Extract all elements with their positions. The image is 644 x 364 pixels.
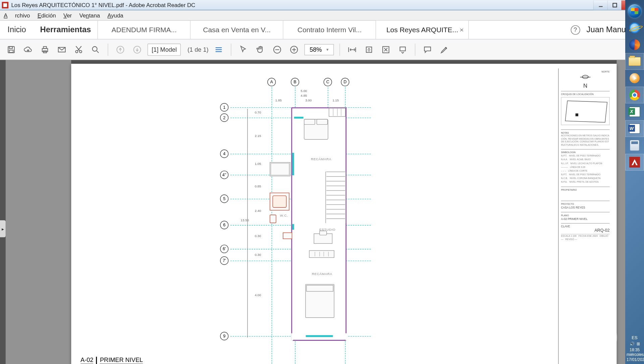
grid-bubble-7b: 7' [220,257,228,265]
toolbar-separator [231,43,231,55]
grid-bubble-b: B [291,78,299,86]
model-dropdown[interactable]: [1] Model [148,43,181,55]
home-button[interactable]: Inicio [0,20,34,39]
volume-icon[interactable]: 🔊 [630,342,635,346]
tab-casa[interactable]: Casa en Venta en V... [191,20,283,39]
fit-width-icon[interactable] [346,43,359,56]
language-indicator[interactable]: ES [627,335,643,340]
sofa-icon [309,250,334,258]
left-gutter [0,60,6,364]
grid-bubble-4: 4 [220,149,228,158]
windows-taskbar: ES 🔊⊞ 18:35 miércoles 17/01/2024 [625,0,644,364]
acrobat-icon [2,2,9,8]
svg-rect-5 [9,46,12,48]
window-title: Los Reyes ARQUITECTÓNICO 1° NIVEL.pdf - … [11,2,196,8]
zoom-out-icon[interactable] [271,43,284,56]
svg-rect-8 [43,46,46,48]
svg-rect-6 [9,50,13,52]
dimension-label: 2.15 [255,134,261,137]
next-page-icon[interactable] [130,43,144,56]
dimension-label: 5.00 [301,89,307,92]
room-label: W.C. [280,214,288,217]
media-player-icon[interactable] [625,70,644,87]
svg-rect-26 [400,47,406,51]
dimension-label: 0.30 [255,234,261,238]
tab-adendum[interactable]: ADENDUM FIRMA... [98,20,191,39]
cut-icon[interactable] [72,43,85,56]
fullscreen-icon[interactable] [379,43,392,56]
expand-panel-button[interactable]: ▸ [0,220,6,237]
explorer-icon[interactable] [625,53,644,70]
tab-contrato[interactable]: Contrato Interm Vil... [283,20,376,39]
ie-icon[interactable] [625,19,644,36]
fit-page-icon[interactable] [363,43,376,56]
pan-tool-icon[interactable] [254,43,267,56]
dimension-label: 1.85 [275,98,282,102]
grid-bubble-2: 2 [220,113,228,122]
excel-icon[interactable] [625,103,644,120]
dimension-label: 3.00 [305,98,312,102]
toilet-icon [270,215,276,223]
dimension-label: 1.05 [255,162,261,166]
chrome-icon[interactable] [625,87,644,103]
print-icon[interactable] [38,43,51,56]
tv-icon [283,232,292,239]
calculator-icon[interactable] [625,137,644,154]
cloud-upload-icon[interactable] [21,43,35,56]
email-icon[interactable] [55,43,68,56]
start-button[interactable] [625,3,644,19]
svg-rect-24 [366,47,372,52]
highlight-icon[interactable] [438,43,451,56]
menu-edicion[interactable]: Edición [38,12,56,19]
firefox-icon[interactable] [625,36,644,53]
save-icon[interactable] [5,43,18,56]
grid-bubble-1: 1 [220,103,228,111]
grid-bubble-4b: 4'' [220,171,228,179]
stairs-icon [326,172,345,223]
menu-ayuda[interactable]: Ayuda [107,12,123,19]
search-icon[interactable] [89,43,102,56]
grid-bubble-6: 6 [220,221,228,229]
tab-row: Inicio Herramientas ADENDUM FIRMA... Cas… [0,20,644,39]
read-mode-icon[interactable] [396,43,409,56]
grid-bubble-a: A [267,78,276,86]
toolbar-separator [415,43,415,55]
dimension-label: 4.85 [301,94,307,97]
dimension-label: 13.50 [241,219,249,222]
toolbar-separator [108,43,108,55]
room-label: RECÁMARA [311,157,331,161]
zoom-dropdown[interactable]: 58% [305,44,334,55]
dimension-label: 0.30 [255,253,261,257]
window-minimize-button[interactable] [593,0,607,10]
select-tool-icon[interactable] [237,43,250,56]
svg-point-13 [92,46,97,51]
window-maximize-button[interactable] [607,0,622,10]
room-label: RECÁMARA [312,272,332,276]
comment-icon[interactable] [421,43,434,56]
dimension-label: 2.40 [255,209,261,213]
pdf-page[interactable]: A B C D 1 2 4 4'' 5 6 6' 7' 9 [71,64,616,364]
word-icon[interactable] [625,120,644,137]
zoom-in-icon[interactable] [288,43,301,56]
dimension-label: 4.00 [255,293,261,297]
tab-close-icon[interactable]: × [460,26,464,34]
clock[interactable]: 18:35 miércoles 17/01/2024 [627,348,643,362]
grid-bubble-5: 5 [220,194,228,203]
tools-button[interactable]: Herramientas [34,20,98,39]
window-titlebar: Los Reyes ARQUITECTÓNICO 1° NIVEL.pdf - … [0,0,644,10]
grid-bubble-9: 9 [220,332,228,340]
grid-bubble-6b: 6' [220,245,228,253]
acrobat-taskbar-icon[interactable] [625,154,644,171]
document-area: ▸ A B C D 1 2 4 4'' 5 [0,60,644,364]
network-icon[interactable]: ⊞ [637,342,640,346]
help-icon[interactable]: ? [571,25,580,35]
tab-reyes[interactable]: Los Reyes ARQUITE...× [376,20,469,39]
layers-icon[interactable] [212,43,225,56]
toolbar-separator [340,43,340,55]
menu-ventana[interactable]: Ventana [79,12,100,19]
grid-bubble-c: C [324,78,332,86]
system-tray[interactable]: ES 🔊⊞ 18:35 miércoles 17/01/2024 [625,333,644,364]
prev-page-icon[interactable] [114,43,127,56]
menu-archivo[interactable]: Archivo [4,12,30,19]
menu-ver[interactable]: Ver [63,12,72,19]
